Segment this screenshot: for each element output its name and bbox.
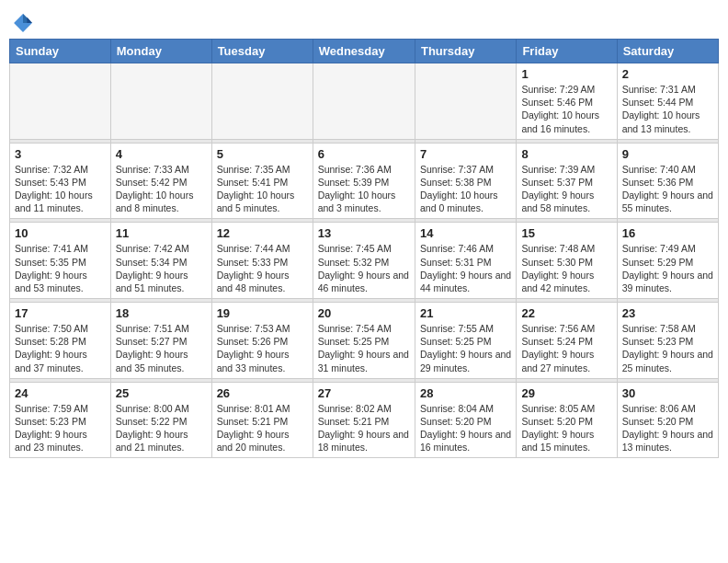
day-info: Sunrise: 7:44 AM Sunset: 5:33 PM Dayligh… bbox=[217, 242, 308, 294]
calendar-cell: 14Sunrise: 7:46 AM Sunset: 5:31 PM Dayli… bbox=[415, 223, 516, 299]
calendar-cell: 5Sunrise: 7:35 AM Sunset: 5:41 PM Daylig… bbox=[211, 143, 313, 219]
col-header-wednesday: Wednesday bbox=[313, 40, 415, 63]
day-info: Sunrise: 7:36 AM Sunset: 5:39 PM Dayligh… bbox=[318, 163, 410, 215]
day-number: 9 bbox=[622, 147, 713, 161]
calendar-cell: 26Sunrise: 8:01 AM Sunset: 5:21 PM Dayli… bbox=[211, 382, 313, 458]
day-info: Sunrise: 7:29 AM Sunset: 5:46 PM Dayligh… bbox=[521, 83, 611, 135]
logo bbox=[13, 13, 35, 33]
calendar-cell bbox=[211, 63, 313, 140]
day-info: Sunrise: 7:33 AM Sunset: 5:42 PM Dayligh… bbox=[116, 163, 207, 215]
calendar-cell: 15Sunrise: 7:48 AM Sunset: 5:30 PM Dayli… bbox=[517, 223, 617, 299]
day-info: Sunrise: 7:48 AM Sunset: 5:30 PM Dayligh… bbox=[521, 242, 611, 294]
day-number: 30 bbox=[622, 386, 713, 400]
day-info: Sunrise: 7:45 AM Sunset: 5:32 PM Dayligh… bbox=[318, 242, 410, 294]
day-info: Sunrise: 7:39 AM Sunset: 5:37 PM Dayligh… bbox=[521, 163, 611, 215]
col-header-thursday: Thursday bbox=[415, 40, 516, 63]
calendar-cell: 12Sunrise: 7:44 AM Sunset: 5:33 PM Dayli… bbox=[211, 223, 313, 299]
day-number: 13 bbox=[318, 226, 410, 240]
day-number: 25 bbox=[116, 386, 207, 400]
calendar-cell: 17Sunrise: 7:50 AM Sunset: 5:28 PM Dayli… bbox=[10, 303, 111, 379]
day-number: 23 bbox=[622, 306, 713, 320]
day-info: Sunrise: 7:49 AM Sunset: 5:29 PM Dayligh… bbox=[622, 242, 713, 294]
day-info: Sunrise: 7:54 AM Sunset: 5:25 PM Dayligh… bbox=[318, 322, 410, 374]
col-header-sunday: Sunday bbox=[10, 40, 111, 63]
calendar-header-row: SundayMondayTuesdayWednesdayThursdayFrid… bbox=[10, 40, 719, 63]
day-number: 16 bbox=[622, 226, 713, 240]
calendar-cell: 18Sunrise: 7:51 AM Sunset: 5:27 PM Dayli… bbox=[110, 303, 211, 379]
calendar-cell: 22Sunrise: 7:56 AM Sunset: 5:24 PM Dayli… bbox=[517, 303, 617, 379]
week-row-0: 1Sunrise: 7:29 AM Sunset: 5:46 PM Daylig… bbox=[10, 63, 719, 140]
day-info: Sunrise: 7:32 AM Sunset: 5:43 PM Dayligh… bbox=[15, 163, 106, 215]
day-number: 12 bbox=[217, 226, 308, 240]
day-number: 8 bbox=[521, 147, 611, 161]
day-info: Sunrise: 7:37 AM Sunset: 5:38 PM Dayligh… bbox=[420, 163, 511, 215]
day-number: 11 bbox=[116, 226, 207, 240]
calendar-cell: 10Sunrise: 7:41 AM Sunset: 5:35 PM Dayli… bbox=[10, 223, 111, 299]
day-number: 22 bbox=[521, 306, 611, 320]
day-number: 17 bbox=[15, 306, 106, 320]
calendar-cell bbox=[415, 63, 516, 140]
day-info: Sunrise: 7:35 AM Sunset: 5:41 PM Dayligh… bbox=[217, 163, 308, 215]
day-info: Sunrise: 7:41 AM Sunset: 5:35 PM Dayligh… bbox=[15, 242, 106, 294]
day-number: 19 bbox=[217, 306, 308, 320]
calendar-cell: 30Sunrise: 8:06 AM Sunset: 5:20 PM Dayli… bbox=[617, 382, 718, 458]
day-number: 1 bbox=[521, 67, 611, 81]
calendar-cell: 27Sunrise: 8:02 AM Sunset: 5:21 PM Dayli… bbox=[313, 382, 415, 458]
day-info: Sunrise: 7:46 AM Sunset: 5:31 PM Dayligh… bbox=[420, 242, 511, 294]
calendar-cell: 7Sunrise: 7:37 AM Sunset: 5:38 PM Daylig… bbox=[415, 143, 516, 219]
day-number: 26 bbox=[217, 386, 308, 400]
calendar-cell: 25Sunrise: 8:00 AM Sunset: 5:22 PM Dayli… bbox=[110, 382, 211, 458]
week-row-4: 24Sunrise: 7:59 AM Sunset: 5:23 PM Dayli… bbox=[10, 382, 719, 458]
day-number: 6 bbox=[318, 147, 410, 161]
calendar: SundayMondayTuesdayWednesdayThursdayFrid… bbox=[9, 39, 719, 458]
day-info: Sunrise: 8:01 AM Sunset: 5:21 PM Dayligh… bbox=[217, 402, 308, 454]
day-info: Sunrise: 7:58 AM Sunset: 5:23 PM Dayligh… bbox=[622, 322, 713, 374]
calendar-cell: 8Sunrise: 7:39 AM Sunset: 5:37 PM Daylig… bbox=[517, 143, 617, 219]
calendar-cell: 16Sunrise: 7:49 AM Sunset: 5:29 PM Dayli… bbox=[617, 223, 718, 299]
col-header-friday: Friday bbox=[517, 40, 617, 63]
calendar-cell: 24Sunrise: 7:59 AM Sunset: 5:23 PM Dayli… bbox=[10, 382, 111, 458]
page-header bbox=[9, 9, 719, 33]
calendar-cell: 21Sunrise: 7:55 AM Sunset: 5:25 PM Dayli… bbox=[415, 303, 516, 379]
col-header-monday: Monday bbox=[110, 40, 211, 63]
calendar-cell: 20Sunrise: 7:54 AM Sunset: 5:25 PM Dayli… bbox=[313, 303, 415, 379]
day-info: Sunrise: 7:42 AM Sunset: 5:34 PM Dayligh… bbox=[116, 242, 207, 294]
calendar-cell: 13Sunrise: 7:45 AM Sunset: 5:32 PM Dayli… bbox=[313, 223, 415, 299]
day-number: 10 bbox=[15, 226, 106, 240]
svg-marker-2 bbox=[27, 17, 32, 23]
calendar-cell: 28Sunrise: 8:04 AM Sunset: 5:20 PM Dayli… bbox=[415, 382, 516, 458]
calendar-cell bbox=[110, 63, 211, 140]
day-info: Sunrise: 7:51 AM Sunset: 5:27 PM Dayligh… bbox=[116, 322, 207, 374]
day-info: Sunrise: 8:04 AM Sunset: 5:20 PM Dayligh… bbox=[420, 402, 511, 454]
day-number: 28 bbox=[420, 386, 511, 400]
col-header-saturday: Saturday bbox=[617, 40, 718, 63]
day-number: 24 bbox=[15, 386, 106, 400]
day-info: Sunrise: 8:00 AM Sunset: 5:22 PM Dayligh… bbox=[116, 402, 207, 454]
calendar-cell bbox=[313, 63, 415, 140]
day-info: Sunrise: 7:31 AM Sunset: 5:44 PM Dayligh… bbox=[622, 83, 713, 135]
day-info: Sunrise: 8:05 AM Sunset: 5:20 PM Dayligh… bbox=[521, 402, 611, 454]
calendar-cell: 1Sunrise: 7:29 AM Sunset: 5:46 PM Daylig… bbox=[517, 63, 617, 140]
day-number: 21 bbox=[420, 306, 511, 320]
calendar-cell: 3Sunrise: 7:32 AM Sunset: 5:43 PM Daylig… bbox=[10, 143, 111, 219]
day-info: Sunrise: 7:55 AM Sunset: 5:25 PM Dayligh… bbox=[420, 322, 511, 374]
week-row-1: 3Sunrise: 7:32 AM Sunset: 5:43 PM Daylig… bbox=[10, 143, 719, 219]
calendar-cell: 9Sunrise: 7:40 AM Sunset: 5:36 PM Daylig… bbox=[617, 143, 718, 219]
day-number: 27 bbox=[318, 386, 410, 400]
day-info: Sunrise: 8:02 AM Sunset: 5:21 PM Dayligh… bbox=[318, 402, 410, 454]
calendar-cell: 23Sunrise: 7:58 AM Sunset: 5:23 PM Dayli… bbox=[617, 303, 718, 379]
day-number: 20 bbox=[318, 306, 410, 320]
day-number: 2 bbox=[622, 67, 713, 81]
day-number: 15 bbox=[521, 226, 611, 240]
week-row-3: 17Sunrise: 7:50 AM Sunset: 5:28 PM Dayli… bbox=[10, 303, 719, 379]
day-info: Sunrise: 7:59 AM Sunset: 5:23 PM Dayligh… bbox=[15, 402, 106, 454]
calendar-cell: 29Sunrise: 8:05 AM Sunset: 5:20 PM Dayli… bbox=[517, 382, 617, 458]
day-number: 14 bbox=[420, 226, 511, 240]
calendar-cell: 11Sunrise: 7:42 AM Sunset: 5:34 PM Dayli… bbox=[110, 223, 211, 299]
col-header-tuesday: Tuesday bbox=[211, 40, 313, 63]
day-number: 4 bbox=[116, 147, 207, 161]
day-info: Sunrise: 7:40 AM Sunset: 5:36 PM Dayligh… bbox=[622, 163, 713, 215]
day-number: 29 bbox=[521, 386, 611, 400]
day-number: 7 bbox=[420, 147, 511, 161]
day-info: Sunrise: 7:53 AM Sunset: 5:26 PM Dayligh… bbox=[217, 322, 308, 374]
